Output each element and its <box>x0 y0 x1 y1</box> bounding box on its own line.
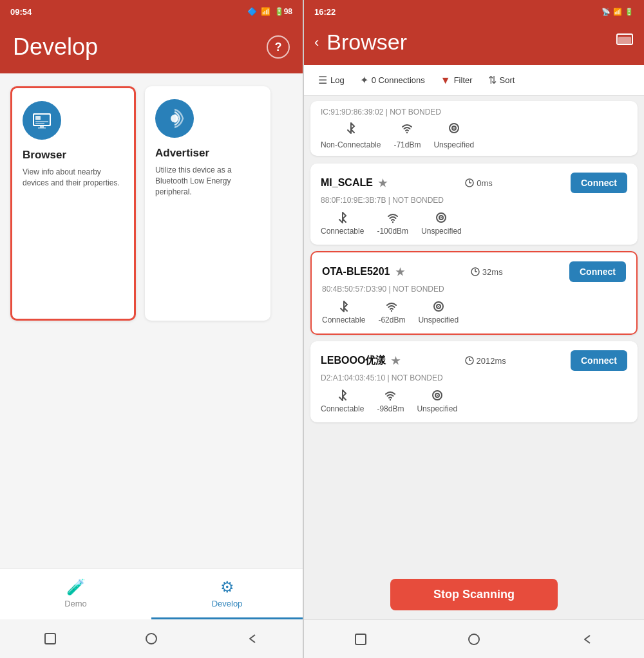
left-status-icons: 🔷 📶 🔋98 <box>247 7 292 16</box>
left-time: 09:54 <box>10 7 32 17</box>
mi-scale-name: MI_SCALE ★ <box>321 177 387 189</box>
lebooo-time: 2012ms <box>465 356 506 366</box>
right-title: Browser <box>327 30 407 55</box>
mi-scale-card[interactable]: MI_SCALE ★ 0ms Connect 88:0F:10:9E:3B:7B… <box>310 164 638 245</box>
stop-scanning-button[interactable]: Stop Scanning <box>390 579 558 610</box>
right-time: 16:22 <box>314 7 336 17</box>
svg-point-29 <box>438 306 439 307</box>
sort-button[interactable]: ⇅ Sort <box>482 70 522 90</box>
ota-time: 32ms <box>471 267 503 277</box>
connections-button[interactable]: ✦ 0 Connections <box>354 70 431 90</box>
connections-icon: ✦ <box>360 74 368 86</box>
right-circle-nav-btn[interactable] <box>465 630 483 648</box>
right-status-icons: 📡 📶 🔋 <box>601 8 634 16</box>
tab-develop[interactable]: ⚙ Develop <box>151 569 303 619</box>
right-battery-icon: 🔋 <box>625 8 634 16</box>
signal-icon: 📶 <box>261 7 270 16</box>
svg-rect-4 <box>35 123 44 124</box>
filter-label: Filter <box>454 75 473 85</box>
ota-connect-btn[interactable]: Connect <box>569 261 626 282</box>
demo-icon: 🧪 <box>66 578 86 596</box>
partial-prop-connectable: Non-Connectable <box>321 122 381 149</box>
right-header-left: ‹ Browser <box>314 30 407 55</box>
advertiser-card-icon <box>155 99 194 138</box>
lebooo-top: LEBOOO优漾 ★ 2012ms Connect <box>321 350 627 371</box>
right-panel: 16:22 📡 📶 🔋 ‹ Browser ☰ Log ✦ 0 Connecti… <box>303 0 644 658</box>
svg-point-26 <box>391 310 392 312</box>
mi-scale-mac: 88:0F:10:9E:3B:7B | NOT BONDED <box>321 196 627 205</box>
back-button[interactable]: ‹ <box>314 34 319 51</box>
bluetooth-icon: 🔷 <box>247 7 257 16</box>
left-status-bar: 09:54 🔷 📶 🔋98 <box>0 0 303 23</box>
svg-rect-8 <box>45 634 55 644</box>
right-status-bar: 16:22 📡 📶 🔋 <box>304 0 644 23</box>
svg-point-33 <box>390 399 391 400</box>
log-label: Log <box>330 75 345 85</box>
svg-point-19 <box>392 221 393 223</box>
ota-top: OTA-BLE5201 ★ 32ms Connect <box>322 261 626 282</box>
partial-connectable-label: Non-Connectable <box>321 140 381 149</box>
tab-demo[interactable]: 🧪 Demo <box>0 569 151 619</box>
triangle-nav-btn[interactable] <box>243 630 261 648</box>
mi-scale-top: MI_SCALE ★ 0ms Connect <box>321 173 627 193</box>
ota-mac: 80:4B:50:57:D3:90 | NOT BONDED <box>322 285 626 294</box>
stop-scanning-bar: Stop Scanning <box>304 570 644 619</box>
mi-scale-props: Connectable -100dBm Unspecified <box>321 211 627 236</box>
left-title: Develop <box>13 33 98 61</box>
help-button[interactable]: ? <box>267 35 290 59</box>
svg-point-38 <box>469 634 479 644</box>
right-header: ‹ Browser <box>304 23 644 65</box>
partial-type-label: Unspecified <box>433 140 474 149</box>
sort-icon: ⇅ <box>488 74 497 86</box>
svg-point-15 <box>453 127 455 129</box>
lebooo-mac: D2:A1:04:03:45:10 | NOT BONDED <box>321 373 627 382</box>
ota-star[interactable]: ★ <box>395 266 404 278</box>
right-square-nav-btn[interactable] <box>352 630 370 648</box>
connections-label: 0 Connections <box>372 75 425 85</box>
browser-card-icon <box>23 101 61 140</box>
log-button[interactable]: ☰ Log <box>312 70 351 90</box>
svg-rect-5 <box>40 126 44 127</box>
mi-scale-prop-signal: -100dBm <box>377 211 408 236</box>
svg-rect-37 <box>355 634 366 644</box>
ota-prop-bt: Connectable <box>322 300 365 324</box>
square-nav-btn[interactable] <box>41 630 59 648</box>
browser-card-desc: View info about nearby devices and their… <box>23 167 124 189</box>
svg-point-9 <box>146 634 156 644</box>
layers-button[interactable] <box>616 32 634 53</box>
filter-icon: ▼ <box>440 75 451 86</box>
circle-nav-btn[interactable] <box>142 630 160 648</box>
ota-ble5201-card[interactable]: OTA-BLE5201 ★ 32ms Connect 80:4B:50:57:D… <box>310 251 638 335</box>
mi-scale-connect-btn[interactable]: Connect <box>571 173 627 193</box>
partial-device-mac: IC:91:9D:86:39:02 | NOT BONDED <box>321 108 627 117</box>
lebooo-prop-bt: Connectable <box>321 389 364 413</box>
mi-scale-star[interactable]: ★ <box>378 177 387 189</box>
right-wifi-icon: 📶 <box>613 8 622 16</box>
left-header: Develop ? <box>0 23 303 73</box>
battery-icon: 🔋98 <box>274 7 292 16</box>
sort-label: Sort <box>500 75 515 85</box>
lebooo-star[interactable]: ★ <box>391 355 400 367</box>
lebooo-connect-btn[interactable]: Connect <box>571 350 627 371</box>
lebooo-prop-signal: -98dBm <box>377 389 404 413</box>
partial-device-props: Non-Connectable -71dBm Unspecified <box>321 122 627 149</box>
filter-button[interactable]: ▼ Filter <box>434 71 479 90</box>
partial-signal-label: -71dBm <box>393 140 421 149</box>
advertiser-card-desc: Utilize this device as a Bluetooth Low E… <box>155 165 260 197</box>
browser-card[interactable]: Browser View info about nearby devices a… <box>10 86 136 321</box>
right-signal-icon: 📡 <box>601 8 611 16</box>
lebooo-prop-type: Unspecified <box>417 389 457 413</box>
right-sys-nav <box>304 619 644 658</box>
partial-device-card: IC:91:9D:86:39:02 | NOT BONDED Non-Conne… <box>310 101 638 156</box>
left-sys-nav <box>0 619 303 658</box>
svg-rect-2 <box>35 116 41 120</box>
type-prop-icon <box>448 122 460 138</box>
left-panel: 09:54 🔷 📶 🔋98 Develop ? <box>0 0 303 658</box>
advertiser-card[interactable]: Advertiser Utilize this device as a Blue… <box>145 86 270 321</box>
device-list: IC:91:9D:86:39:02 | NOT BONDED Non-Conne… <box>304 96 644 570</box>
lebooo-card[interactable]: LEBOOO优漾 ★ 2012ms Connect D2:A1:04:03:45… <box>310 341 638 422</box>
svg-rect-3 <box>35 121 48 122</box>
help-icon: ? <box>275 41 282 54</box>
svg-rect-6 <box>38 127 46 129</box>
right-triangle-nav-btn[interactable] <box>578 630 596 648</box>
